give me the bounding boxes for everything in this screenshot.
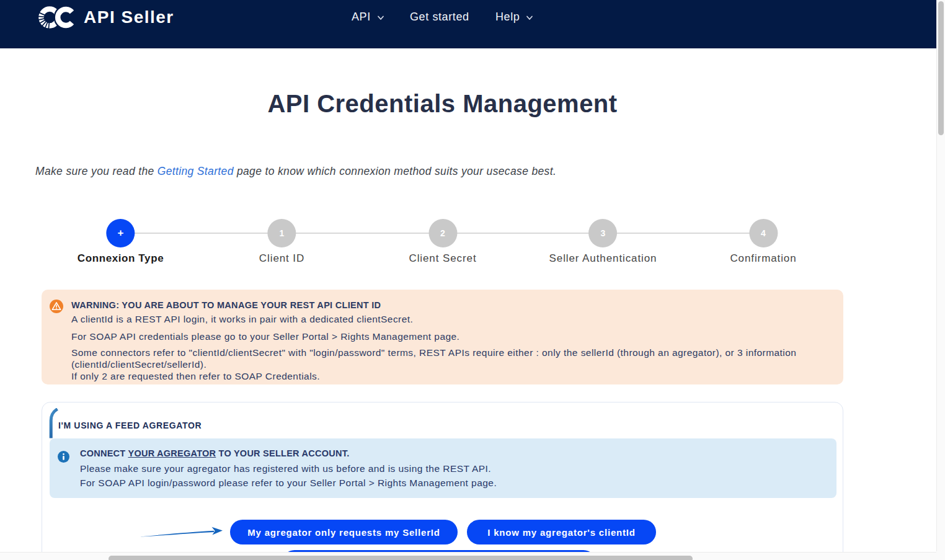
info-alert: CONNECT YOUR AGREGATOR TO YOUR SELLER AC… (50, 438, 836, 498)
nav-item-help-label: Help (495, 11, 520, 24)
step-marker: 1 (280, 228, 285, 238)
intro-note: Make sure you read the Getting Started p… (35, 165, 556, 177)
warning-title: WARNING: YOU ARE ABOUT TO MANAGE YOUR RE… (71, 300, 819, 311)
step-dot: 3 (589, 219, 618, 247)
vertical-scrollbar[interactable] (936, 0, 945, 560)
info-title: CONNECT YOUR AGREGATOR TO YOUR SELLER AC… (80, 447, 818, 461)
nav-item-api-label: API (352, 11, 371, 24)
warning-line: Some connectors refer to "clientId/clien… (71, 347, 819, 358)
step-client-secret[interactable]: 2 Client Secret (409, 219, 476, 265)
step-dot: 1 (267, 219, 296, 247)
info-icon (58, 451, 69, 463)
step-label: Confirmation (730, 252, 796, 265)
step-dot: 2 (428, 219, 457, 247)
step-dot-active: + (107, 219, 135, 247)
info-title-post: TO YOUR SELLER ACCOUNT. (216, 448, 349, 458)
warning-line: (clientId/clientSecret/sellerId). (71, 358, 819, 370)
agregator-sellerid-button[interactable]: My agregator only requests my SellerId (230, 520, 458, 544)
brand-name: API Seller (84, 7, 174, 27)
info-line: For SOAP API login/password please refer… (80, 476, 818, 491)
scrollbar-corner (936, 551, 945, 560)
page-title: API Credentials Management (42, 89, 843, 118)
step-marker: 3 (601, 228, 606, 238)
octopia-logo-icon (35, 6, 77, 29)
step-label: Client Secret (409, 252, 476, 265)
nav-item-get-started-label: Get started (410, 11, 469, 24)
intro-note-suffix: page to know which connexion method suit… (234, 165, 556, 177)
warning-line: If only 2 are requested then refer to SO… (71, 370, 819, 382)
progress-stepper: + Connexion Type 1 Client ID 2 Client Se… (42, 219, 843, 266)
section-quote-mark-icon (49, 408, 59, 439)
getting-started-link[interactable]: Getting Started (158, 165, 234, 177)
page-viewport: API Seller API Get started Help API Cred… (0, 0, 936, 560)
nav-item-api[interactable]: API (352, 0, 384, 33)
info-title-pre: CONNECT (80, 448, 128, 458)
step-confirmation[interactable]: 4 Confirmation (730, 219, 796, 265)
card-section-title: I'M USING A FEED AGREGATOR (58, 420, 202, 430)
agregator-clientid-button[interactable]: I know my agregator's clientId (467, 520, 656, 544)
nav-item-help[interactable]: Help (495, 0, 533, 33)
step-marker: + (118, 227, 124, 239)
chevron-down-icon (377, 14, 384, 22)
warning-line: For SOAP API credentials please go to yo… (71, 331, 819, 342)
top-navigation-bar: API Seller API Get started Help (0, 0, 936, 48)
step-label: Seller Authentication (549, 252, 657, 265)
warning-icon (50, 300, 63, 313)
step-connexion-type[interactable]: + Connexion Type (78, 219, 164, 265)
intro-note-prefix: Make sure you read the (35, 165, 158, 177)
warning-line: A clientId is a REST API login, it works… (71, 313, 819, 325)
brand[interactable]: API Seller (35, 5, 174, 30)
step-client-id[interactable]: 1 Client ID (259, 219, 304, 265)
step-seller-authentication[interactable]: 3 Seller Authentication (549, 219, 657, 265)
step-marker: 4 (761, 228, 766, 238)
annotation-arrow-icon (135, 526, 227, 540)
your-agregator-link[interactable]: YOUR AGREGATOR (128, 448, 216, 458)
step-label: Connexion Type (78, 252, 164, 265)
vertical-scrollbar-thumb[interactable] (938, 1, 944, 135)
info-line: Please make sure your agregator has regi… (80, 461, 818, 476)
step-marker: 2 (440, 228, 445, 238)
chevron-down-icon (526, 14, 533, 22)
horizontal-scrollbar[interactable] (0, 552, 936, 560)
warning-alert: WARNING: YOU ARE ABOUT TO MANAGE YOUR RE… (42, 290, 843, 384)
step-dot: 4 (749, 219, 778, 247)
horizontal-scrollbar-thumb[interactable] (109, 556, 693, 560)
step-label: Client ID (259, 252, 304, 265)
nav-item-get-started[interactable]: Get started (410, 0, 469, 33)
